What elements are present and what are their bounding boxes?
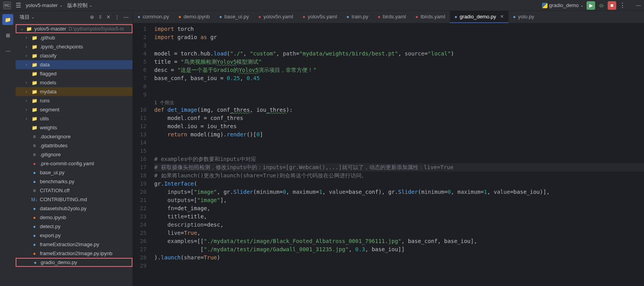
py-icon: ● [31, 206, 38, 211]
code-line[interactable] [154, 41, 644, 50]
line-number: 6 [140, 66, 147, 74]
tree-file[interactable]: ●datasetshub2yolo.py [16, 204, 132, 213]
tree-file[interactable]: ●base_ui.py [16, 168, 132, 177]
editor-tab[interactable]: ●demo.ipynb [174, 11, 214, 23]
tree-folder[interactable]: ›📁runs [16, 96, 132, 105]
code-line[interactable] [154, 82, 644, 91]
tree-folder[interactable]: ›📁.github [16, 33, 132, 42]
line-number: 1 [140, 25, 147, 33]
code-line[interactable]: gr.Interface( [154, 180, 644, 188]
hide-icon[interactable]: — [123, 14, 129, 20]
tree-folder[interactable]: 📁weights [16, 123, 132, 132]
tree-folder[interactable]: ›📁mydata [16, 87, 132, 96]
code-line[interactable]: import torch [154, 25, 644, 33]
tree-file[interactable]: ●gradio_demo.py [16, 258, 132, 267]
code-line[interactable]: examples=[["./mydata/test/image/Black_Fo… [154, 237, 644, 245]
code-line[interactable]: model.conf = conf_thres [154, 114, 644, 122]
project-tool-button[interactable]: 📁 [2, 14, 13, 25]
tree-folder[interactable]: 📁flagged [16, 69, 132, 78]
tree-file[interactable]: ●benchmarks.py [16, 177, 132, 186]
settings-icon[interactable]: ⋮ [114, 14, 120, 20]
folder-icon: 📁 [31, 53, 38, 59]
code-line[interactable]: ).launch(share=True) [154, 254, 644, 262]
chevron-down-icon[interactable]: ⌄ [31, 15, 34, 19]
editor-tab[interactable]: ●yolo.py [508, 11, 539, 23]
tree-file[interactable]: ●.pre-commit-config.yaml [16, 159, 132, 168]
code-line[interactable]: model = torch.hub.load("./", "custom", p… [154, 50, 644, 58]
tree-file[interactable]: ≡.gitattributes [16, 141, 132, 150]
code-line[interactable]: live=True, [154, 229, 644, 237]
tree-file[interactable]: ●detect.py [16, 222, 132, 231]
tree-file[interactable]: ≡.dockerignore [16, 132, 132, 141]
code-editor[interactable]: 1234567891011121314151617181920212223242… [133, 23, 644, 286]
code-line[interactable] [154, 147, 644, 155]
vcs-dropdown[interactable]: 版本控制 ⌄ [67, 2, 92, 9]
editor-tab[interactable]: ●base_ui.py [215, 11, 254, 23]
expand-icon[interactable]: ⇳ [98, 14, 102, 20]
project-tree[interactable]: ⌄📁yolov5-masterD:\python\yolov5\yolov5-m… [16, 23, 132, 286]
code-line[interactable]: desc = "这是一个基于Gradio的Yolov5演示项目，非常方便！" [154, 66, 644, 74]
code-hint: 1 个用法 [154, 99, 644, 106]
py-icon: ● [31, 224, 38, 229]
code-line[interactable]: inputs=["image", gr.Slider(minimum=0, ma… [154, 188, 644, 196]
tree-file[interactable]: M↓CONTRIBUTING.md [16, 195, 132, 204]
line-number: 10 [140, 106, 147, 114]
locate-icon[interactable]: ⊕ [90, 14, 94, 20]
editor-tab[interactable]: ●gradio_demo.py✕ [450, 11, 508, 23]
tree-folder[interactable]: ›📁utils [16, 114, 132, 123]
code-line[interactable]: ["./mydata/test/image/Gadwall_0001_31235… [154, 245, 644, 254]
tree-folder[interactable]: ›📁.ipynb_checkpoints [16, 42, 132, 51]
editor-tab[interactable]: ●tbirds.yaml [411, 11, 450, 23]
editor-tab[interactable]: ●birds.yaml [373, 11, 411, 23]
code-line[interactable]: base_conf, base_iou = 0.25, 0.45 [154, 74, 644, 82]
code-line[interactable]: description=desc, [154, 221, 644, 229]
run-button[interactable]: ▶ [587, 1, 595, 10]
code-line[interactable]: # 如果将launch()更改为launch(share=True)则会将这个代… [154, 172, 644, 180]
py-icon: ● [138, 14, 140, 20]
editor-tab[interactable]: ●common.py [133, 11, 174, 23]
debug-icon[interactable]: ⌯ [598, 2, 605, 9]
tree-folder[interactable]: ›📁segment [16, 105, 132, 114]
editor-tab[interactable]: ●yolov5s.yaml [298, 11, 342, 23]
tree-file[interactable]: ●frameExtraction2Image.py.ipynb [16, 249, 132, 258]
run-config-dropdown[interactable]: gradio_demo ⌄ [542, 2, 583, 8]
code-body[interactable]: import torchimport gradio as grmodel = t… [151, 23, 644, 286]
line-number: 25 [140, 229, 147, 237]
code-line[interactable]: def det_image(img, conf_thres, iou_thres… [154, 106, 644, 114]
code-line[interactable]: model.iou = iou_thres [154, 122, 644, 130]
code-line[interactable]: title = "鸟类视频检测Yolov5模型测试" [154, 58, 644, 66]
code-line[interactable]: fn=det_image, [154, 204, 644, 213]
tree-folder[interactable]: ›📁models [16, 78, 132, 87]
more-actions-icon[interactable]: ⋮ [619, 2, 626, 9]
tree-root[interactable]: ⌄📁yolov5-masterD:\python\yolov5\yolov5-m [16, 24, 132, 33]
code-line[interactable] [154, 262, 644, 270]
code-line[interactable]: outputs=["image"], [154, 196, 644, 204]
more-tool-button[interactable]: ⋯ [2, 45, 13, 56]
tree-folder[interactable]: ›📁classify [16, 51, 132, 60]
minimize-icon[interactable]: — [636, 2, 641, 8]
close-icon[interactable]: ✕ [500, 14, 504, 19]
tree-file[interactable]: ●frameExtraction2Image.py [16, 240, 132, 249]
tree-file[interactable]: ≡CITATION.cff [16, 186, 132, 195]
line-gutter: 1234567891011121314151617181920212223242… [133, 23, 151, 286]
editor-tab[interactable]: ●train.py [342, 11, 373, 23]
run-config-label: gradio_demo [549, 2, 579, 8]
collapse-icon[interactable]: ✕ [106, 14, 111, 20]
code-line[interactable] [154, 139, 644, 147]
code-line[interactable]: # 获取摄像头拍照检测，修改inputs中的：inputs=[gr.Webcam… [154, 163, 644, 172]
project-dropdown[interactable]: yolov5-master ⌄ [26, 2, 63, 8]
tree-file[interactable]: ●demo.ipynb [16, 213, 132, 222]
tree-file[interactable]: ●export.py [16, 231, 132, 240]
code-line[interactable] [154, 91, 644, 99]
code-line[interactable]: return model(img).render()[0] [154, 130, 644, 139]
code-line[interactable]: title=title, [154, 213, 644, 221]
editor-tab[interactable]: ●yolov5n.yaml [254, 11, 298, 23]
line-number: 9 [140, 91, 147, 99]
tree-folder[interactable]: ›📁data [16, 60, 132, 69]
code-line[interactable]: import gradio as gr [154, 33, 644, 41]
stop-button[interactable]: ■ [608, 1, 616, 10]
code-line[interactable]: # examples中的参数要和inputs中对应 [154, 155, 644, 163]
hamburger-icon[interactable]: ☰ [16, 2, 21, 9]
tree-file[interactable]: ≡.gitignore [16, 150, 132, 159]
structure-tool-button[interactable]: ⊞ [2, 30, 13, 41]
